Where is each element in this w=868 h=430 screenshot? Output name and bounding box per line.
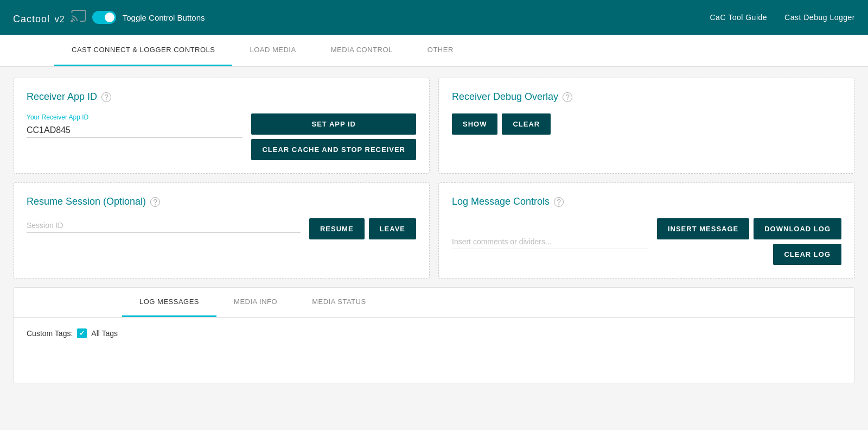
log-message-btn-row-top: INSERT MESSAGE DOWNLOAD LOG: [657, 218, 841, 239]
main-tabs-bar: CAST CONNECT & LOGGER CONTROLS LOAD MEDI…: [0, 35, 868, 67]
tab-media-control[interactable]: MEDIA CONTROL: [314, 35, 410, 66]
clear-cache-stop-receiver-button[interactable]: CLEAR CACHE AND STOP RECEIVER: [251, 139, 416, 160]
toggle-control-buttons[interactable]: [92, 11, 116, 24]
tab-other[interactable]: OTHER: [410, 35, 471, 66]
custom-tags-label: Custom Tags:: [27, 329, 73, 338]
resume-session-btn-row: RESUME LEAVE: [309, 218, 416, 239]
custom-tags-row: Custom Tags: All Tags: [27, 328, 841, 338]
app-title: Cactool v2: [13, 9, 65, 26]
receiver-debug-overlay-btn-row: SHOW CLEAR: [452, 113, 841, 135]
receiver-app-id-title: Receiver App ID ?: [27, 91, 416, 103]
receiver-app-id-card: Receiver App ID ? Your Receiver App ID S…: [13, 78, 430, 174]
tab-load-media[interactable]: LOAD MEDIA: [232, 35, 313, 66]
receiver-app-id-input-group: Your Receiver App ID: [27, 113, 242, 138]
app-header: Cactool v2 Toggle Control Buttons CaC To…: [0, 0, 868, 35]
receiver-app-id-body: Your Receiver App ID SET APP ID CLEAR CA…: [27, 113, 416, 160]
resume-session-body: RESUME LEAVE: [27, 218, 416, 239]
tab-media-status[interactable]: MEDIA STATUS: [295, 288, 383, 317]
cac-tool-guide-link[interactable]: CaC Tool Guide: [710, 13, 768, 22]
logo-area: Cactool v2 Toggle Control Buttons: [13, 8, 710, 28]
receiver-app-id-title-text: Receiver App ID: [27, 91, 97, 103]
cast-debug-logger-link[interactable]: Cast Debug Logger: [784, 13, 855, 22]
receiver-debug-overlay-help-icon[interactable]: ?: [563, 92, 572, 102]
session-id-input-group: [27, 218, 301, 233]
download-log-button[interactable]: DOWNLOAD LOG: [754, 218, 841, 239]
log-message-controls-title-text: Log Message Controls: [452, 196, 550, 207]
resume-session-card: Resume Session (Optional) ? RESUME LEAVE: [13, 182, 430, 279]
toggle-area: Toggle Control Buttons: [92, 11, 205, 24]
toggle-label: Toggle Control Buttons: [123, 13, 205, 22]
receiver-app-id-input[interactable]: [27, 123, 242, 138]
clear-log-button[interactable]: CLEAR LOG: [773, 244, 841, 265]
log-message-btn-group: INSERT MESSAGE DOWNLOAD LOG CLEAR LOG: [657, 218, 841, 265]
receiver-debug-overlay-title-text: Receiver Debug Overlay: [452, 91, 558, 103]
logo-version: v2: [55, 15, 65, 24]
session-id-input[interactable]: [27, 218, 301, 233]
show-overlay-button[interactable]: SHOW: [452, 113, 497, 135]
insert-message-button[interactable]: INSERT MESSAGE: [657, 218, 749, 239]
log-message-input-area: [452, 235, 648, 249]
all-tags-label: All Tags: [91, 329, 118, 338]
receiver-app-id-btn-group: SET APP ID CLEAR CACHE AND STOP RECEIVER: [251, 113, 416, 160]
log-message-controls-body: INSERT MESSAGE DOWNLOAD LOG CLEAR LOG: [452, 218, 841, 265]
bottom-section: LOG MESSAGES MEDIA INFO MEDIA STATUS Cus…: [13, 287, 855, 383]
all-tags-checkbox[interactable]: [77, 328, 87, 338]
receiver-debug-overlay-card: Receiver Debug Overlay ? SHOW CLEAR: [438, 78, 855, 174]
log-message-controls-title: Log Message Controls ?: [452, 196, 841, 207]
cast-icon: [71, 8, 87, 28]
set-app-id-button[interactable]: SET APP ID: [251, 113, 416, 135]
tab-media-info[interactable]: MEDIA INFO: [216, 288, 295, 317]
log-message-input[interactable]: [452, 235, 648, 249]
clear-overlay-button[interactable]: CLEAR: [502, 113, 551, 135]
resume-session-title-text: Resume Session (Optional): [27, 196, 146, 207]
main-content: Receiver App ID ? Your Receiver App ID S…: [0, 67, 868, 394]
receiver-app-id-help-icon[interactable]: ?: [101, 92, 111, 102]
bottom-tabs-bar: LOG MESSAGES MEDIA INFO MEDIA STATUS: [14, 288, 854, 318]
tab-log-messages[interactable]: LOG MESSAGES: [122, 288, 216, 317]
log-message-controls-help-icon[interactable]: ?: [554, 197, 564, 207]
tab-cast-connect[interactable]: CAST CONNECT & LOGGER CONTROLS: [54, 35, 232, 66]
leave-button[interactable]: LEAVE: [369, 218, 416, 239]
resume-session-title: Resume Session (Optional) ?: [27, 196, 416, 207]
resume-button[interactable]: RESUME: [309, 218, 365, 239]
cards-grid: Receiver App ID ? Your Receiver App ID S…: [13, 78, 855, 279]
svg-point-0: [71, 20, 73, 22]
receiver-debug-overlay-title: Receiver Debug Overlay ?: [452, 91, 841, 103]
bottom-content: Custom Tags: All Tags: [14, 318, 854, 383]
log-message-controls-card: Log Message Controls ? INSERT MESSAGE DO…: [438, 182, 855, 279]
resume-session-help-icon[interactable]: ?: [150, 197, 160, 207]
receiver-app-id-input-label: Your Receiver App ID: [27, 113, 242, 121]
header-nav: CaC Tool Guide Cast Debug Logger: [710, 13, 856, 22]
logo-main-text: Cactool: [13, 14, 50, 24]
log-message-btn-row-bottom: CLEAR LOG: [773, 244, 841, 265]
